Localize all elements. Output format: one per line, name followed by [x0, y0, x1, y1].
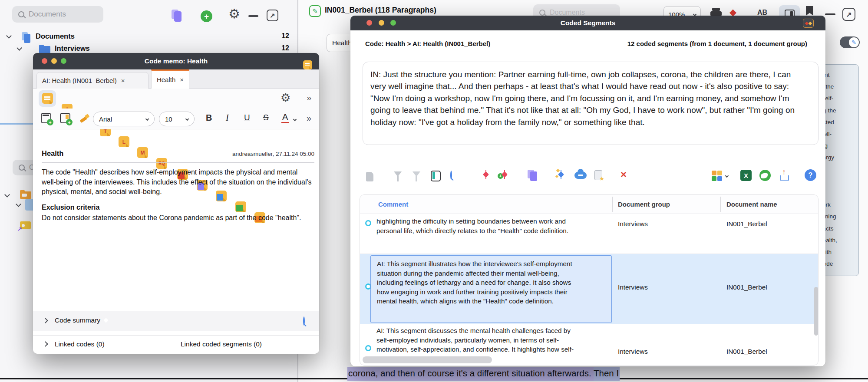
document-search-input[interactable]: Documents — [12, 6, 103, 23]
memo-badge-icon — [303, 60, 312, 69]
settings-gear-icon[interactable]: ⚙ — [228, 6, 240, 21]
document-title: IN001_Berbel (118 Paragraphs) — [325, 6, 436, 15]
memo-type-green-icon[interactable] — [235, 201, 246, 212]
linked-codes-label: Linked codes (0) — [55, 340, 105, 348]
close-tab-icon[interactable]: × — [180, 76, 184, 83]
coded-segments-window: Coded Segments Code: Health > AI: Health… — [350, 16, 825, 366]
undock-panel-icon[interactable]: ↗ — [267, 10, 278, 21]
font-family-value: Arial — [99, 115, 112, 123]
memo-body-text[interactable]: The code "Health" describes how self-emp… — [42, 168, 312, 197]
table-row[interactable]: highlighting the difficulty in setting b… — [360, 214, 818, 254]
segment-text: IN: Just the structure you mention: Part… — [370, 69, 798, 128]
chevron-down-icon[interactable] — [17, 45, 22, 51]
minimize-browser-icon[interactable] — [825, 13, 835, 15]
bookmark-icon[interactable] — [806, 6, 813, 16]
memo-type-m-icon[interactable]: M — [137, 147, 148, 158]
linked-segments-label: Linked coded segments (0) — [181, 340, 262, 348]
tab-label: Health — [157, 76, 175, 83]
close-tab-icon[interactable]: × — [121, 77, 125, 84]
bold-button[interactable]: B — [206, 113, 212, 123]
cloud-icon[interactable] — [574, 172, 587, 179]
memo-settings-gear-icon[interactable]: ⚙ — [281, 91, 290, 105]
reset-filter-icon[interactable] — [413, 171, 420, 177]
filter-icon[interactable] — [394, 171, 402, 177]
tree-row-documents[interactable]: Documents 12 — [0, 31, 297, 44]
memo-titlebar[interactable]: Code memo: Health — [33, 53, 319, 69]
memo-heading-rule — [42, 162, 314, 163]
tab-health[interactable]: Health × — [151, 69, 189, 89]
tab-ai-health[interactable]: AI: Health (IN001_Berbel) × — [36, 72, 149, 89]
font-size-value: 10 — [165, 115, 172, 123]
underline-button[interactable]: U — [244, 113, 250, 122]
memo-heading: Health — [42, 149, 63, 158]
add-document-button[interactable]: + — [201, 10, 212, 22]
document-name-cell: IN001_Berbel — [726, 347, 767, 356]
column-header-comment[interactable]: Comment — [378, 201, 408, 208]
chevron-down-icon[interactable] — [6, 33, 12, 39]
format-brush-icon[interactable] — [79, 114, 89, 123]
edit-mode-toggle[interactable]: ✎ — [840, 36, 860, 48]
column-header-document-name[interactable]: Document name — [726, 201, 777, 208]
table-header-row: Comment Document group Document name — [360, 195, 818, 214]
chevron-down-icon — [185, 117, 189, 121]
tab-label: AI: Health (IN001_Berbel) — [42, 77, 117, 84]
code-path-label: Code: Health > AI: Health (IN001_Berbel) — [365, 40, 490, 47]
more-tools-icon[interactable]: » — [307, 93, 311, 103]
column-header-document-group[interactable]: Document group — [618, 201, 670, 208]
coded-segments-titlebar[interactable]: Coded Segments — [350, 16, 825, 30]
memo-exclusion-body[interactable]: Do not consider statements about the Cor… — [42, 213, 312, 223]
symbol-view-icon[interactable] — [712, 171, 722, 181]
column-select-icon[interactable] — [431, 171, 441, 181]
insert-date-icon[interactable]: + — [41, 113, 51, 123]
chevron-right-icon[interactable] — [43, 318, 48, 323]
excel-export-icon[interactable]: X — [740, 170, 752, 181]
table-row-selected[interactable]: AI: This segment illustrates how the int… — [360, 254, 818, 324]
document-group-cell: Interviews — [618, 347, 648, 356]
chevron-right-icon[interactable] — [43, 341, 48, 347]
minimize-panel-icon[interactable] — [248, 15, 258, 17]
more-format-icon[interactable]: » — [307, 113, 311, 123]
highlighted-segment-text: corona, and then of course it's a differ… — [347, 367, 594, 381]
undock-browser-icon[interactable]: ↗ — [842, 8, 855, 21]
doc-front-shape — [174, 11, 182, 22]
search-segments-icon[interactable] — [450, 171, 452, 180]
memo-format-toolbar: + + Arial 10 B I U S A » — [33, 109, 319, 129]
preview-doc-icon[interactable] — [366, 172, 373, 181]
document-text-line[interactable]: corona, and then of course it's a differ… — [347, 368, 868, 382]
export-report-icon[interactable]: ★ — [594, 170, 602, 180]
insert-memo-icon[interactable]: + — [60, 113, 70, 123]
memo-type-l-icon[interactable]: L — [119, 136, 129, 147]
memo-tabbar: AI: Health (IN001_Berbel) × Health × — [33, 69, 319, 89]
code-summary-label: Code summary — [55, 316, 100, 324]
chevron-down-icon[interactable] — [293, 118, 297, 121]
italic-button[interactable]: I — [226, 113, 229, 123]
chevron-down-icon[interactable] — [16, 201, 21, 207]
upload-export-icon[interactable]: ↑ — [779, 169, 790, 181]
memo-type-note-icon[interactable] — [42, 93, 53, 104]
horizontal-scrollbar[interactable] — [363, 356, 492, 363]
vertical-scrollbar[interactable] — [814, 287, 818, 336]
font-size-select[interactable]: 10 — [159, 112, 195, 126]
comment-cell-focus[interactable]: AI: This segment illustrates how the int… — [370, 255, 612, 323]
coded-segments-toolbar: + ★ × X ↑ ? — [350, 166, 825, 188]
new-document-icon[interactable] — [172, 10, 182, 22]
font-color-button[interactable]: A — [281, 112, 289, 123]
segment-text-panel[interactable]: IN: Just the structure you mention: Part… — [363, 62, 818, 145]
comment-cell: highlighting the difficulty in setting b… — [376, 217, 584, 235]
delete-segment-icon[interactable]: × — [620, 168, 627, 181]
memo-exclusion-heading: Exclusion criteria — [42, 204, 99, 211]
code-memo-window: Code memo: Health AI: Health (IN001_Berb… — [33, 53, 319, 354]
html-export-icon[interactable] — [759, 170, 771, 181]
coding-badge-icon[interactable] — [803, 19, 814, 28]
edit-document-icon[interactable]: ✎ — [309, 5, 321, 17]
search-summary-icon[interactable] — [303, 316, 305, 326]
linked-codes-section[interactable]: Linked codes (0) Linked coded segments (… — [33, 335, 319, 354]
code-circle-icon — [365, 220, 371, 226]
chevron-down-icon[interactable] — [725, 174, 729, 178]
strikethrough-button[interactable]: S — [263, 113, 269, 122]
code-summary-section[interactable]: Code summary — [33, 311, 319, 331]
copy-segments-icon[interactable] — [528, 170, 538, 181]
chevron-down-icon[interactable] — [4, 192, 10, 198]
font-family-select[interactable]: Arial — [93, 112, 155, 126]
help-icon[interactable]: ? — [805, 169, 816, 181]
